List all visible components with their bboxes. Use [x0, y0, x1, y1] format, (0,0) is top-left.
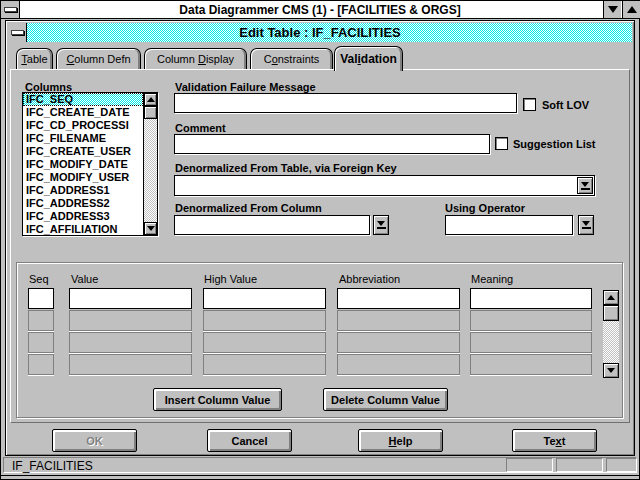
- using-operator-combo[interactable]: [445, 215, 573, 235]
- columns-list-item[interactable]: IFC_FILENAME: [23, 132, 143, 145]
- dropdown-button[interactable]: [578, 215, 594, 235]
- columns-list-item[interactable]: IFC_MODIFY_USER: [23, 171, 143, 184]
- ok-button[interactable]: OK: [52, 429, 137, 452]
- grid-header-value: Value: [71, 273, 98, 285]
- delete-column-value-button[interactable]: Delete Column Value: [323, 388, 448, 411]
- grid-cell: [337, 332, 460, 353]
- denormalized-from-table-combo[interactable]: [174, 175, 595, 196]
- grid-cell: [337, 354, 460, 375]
- denormalized-from-table-label: Denormalized From Table, via Foreign Key: [175, 162, 397, 174]
- status-bar-cell: [556, 458, 603, 472]
- status-bar-cell: [606, 458, 637, 472]
- scrollbar-track[interactable]: [603, 321, 619, 363]
- grid-cell: [28, 354, 54, 375]
- application-window: Data Diagrammer CMS (1) - [FACILITIES & …: [0, 0, 640, 480]
- columns-scrollbar[interactable]: [143, 93, 157, 235]
- down-arrow-icon: [147, 226, 155, 231]
- validation-failure-message-label: Validation Failure Message: [175, 81, 316, 93]
- columns-list-item[interactable]: IFC_ADDRESS3: [23, 210, 143, 223]
- dropdown-arrow-icon: [581, 182, 590, 190]
- grid-cell: [470, 354, 592, 375]
- dialog-title: Edit Table : IF_FACILITIES: [239, 25, 401, 40]
- grid-header-high-value: High Value: [204, 273, 257, 285]
- status-bar-text: IF_FACILITIES: [12, 459, 93, 473]
- columns-list-item[interactable]: IFC_AFFILIATION: [23, 223, 143, 235]
- denormalized-from-column-combo[interactable]: [174, 215, 370, 235]
- columns-list-item[interactable]: IFC_CREATE_USER: [23, 145, 143, 158]
- columns-list-item[interactable]: IFC_MODIFY_DATE: [23, 158, 143, 171]
- up-arrow-icon: [607, 295, 615, 300]
- system-menu-icon: [11, 30, 24, 35]
- minimize-button[interactable]: [603, 1, 621, 18]
- scroll-down-button[interactable]: [144, 222, 157, 235]
- grid-cell: [203, 332, 326, 353]
- validation-tab-panel: Columns IFC_SEQ IFC_CREATE_DATE IFC_CD_P…: [10, 69, 630, 423]
- up-arrow-icon: [147, 97, 155, 102]
- edit-table-dialog: Edit Table : IF_FACILITIES Table Column …: [5, 20, 635, 456]
- grid-cell: [203, 310, 326, 331]
- columns-list-item[interactable]: IFC_ADDRESS1: [23, 184, 143, 197]
- soft-lov-label: Soft LOV: [542, 99, 589, 111]
- grid-cell: [470, 310, 592, 331]
- grid-cell: [69, 310, 192, 331]
- scrollbar-thumb[interactable]: [603, 305, 619, 321]
- column-values-groupbox: Seq Value High Value Abbreviation Meanin…: [16, 262, 623, 418]
- suggestion-list-label: Suggestion List: [513, 138, 596, 150]
- grid-cell[interactable]: [337, 288, 460, 309]
- maximize-button[interactable]: [622, 1, 640, 18]
- columns-list-item[interactable]: IFC_ADDRESS2: [23, 197, 143, 210]
- grid-header-abbreviation: Abbreviation: [339, 273, 400, 285]
- validation-failure-message-input[interactable]: [174, 93, 517, 113]
- grid-cell[interactable]: [69, 288, 192, 309]
- down-arrow-icon: [607, 368, 615, 373]
- dropdown-arrow-icon: [582, 221, 591, 229]
- window-title: Data Diagrammer CMS (1) - [FACILITIES & …: [1, 3, 639, 17]
- grid-cell: [69, 332, 192, 353]
- columns-listbox: IFC_SEQ IFC_CREATE_DATE IFC_CD_PROCESSI …: [22, 92, 158, 236]
- scroll-up-button[interactable]: [144, 93, 157, 106]
- tab-table[interactable]: Table: [16, 48, 53, 69]
- grid-cell[interactable]: [470, 288, 592, 309]
- columns-list-item[interactable]: IFC_SEQ: [23, 93, 143, 106]
- grid-cell: [470, 332, 592, 353]
- scroll-down-button[interactable]: [603, 363, 619, 378]
- status-bar-cell: [506, 458, 553, 472]
- dialog-titlebar: Edit Table : IF_FACILITIES: [8, 23, 632, 42]
- grid-cell[interactable]: [203, 288, 326, 309]
- grid-cell: [203, 354, 326, 375]
- grid-scrollbar[interactable]: [603, 290, 619, 378]
- using-operator-label: Using Operator: [445, 202, 525, 214]
- dropdown-button[interactable]: [373, 215, 389, 235]
- scroll-up-button[interactable]: [603, 290, 619, 305]
- columns-list-item[interactable]: IFC_CD_PROCESSI: [23, 119, 143, 132]
- window-bottom-border: [1, 475, 639, 476]
- scrollbar-thumb[interactable]: [144, 106, 157, 119]
- grid-cell: [69, 354, 192, 375]
- comment-label: Comment: [175, 122, 226, 134]
- text-button[interactable]: Text: [512, 429, 597, 452]
- comment-input[interactable]: [174, 134, 490, 154]
- dropdown-button[interactable]: [577, 177, 593, 194]
- status-bar: IF_FACILITIES: [3, 457, 637, 473]
- suggestion-list-checkbox[interactable]: [495, 137, 508, 150]
- grid-cell: [28, 332, 54, 353]
- columns-list: IFC_SEQ IFC_CREATE_DATE IFC_CD_PROCESSI …: [23, 93, 143, 235]
- help-button[interactable]: Help: [358, 429, 443, 452]
- down-arrow-icon: [608, 6, 618, 13]
- window-titlebar: Data Diagrammer CMS (1) - [FACILITIES & …: [1, 1, 639, 19]
- tab-column-defn[interactable]: Column Defn: [56, 48, 141, 69]
- denormalized-from-column-label: Denormalized From Column: [175, 202, 322, 214]
- grid-cell: [28, 310, 54, 331]
- grid-cell[interactable]: [28, 288, 54, 309]
- cancel-button[interactable]: Cancel: [207, 429, 292, 452]
- grid-cell: [337, 310, 460, 331]
- insert-column-value-button[interactable]: Insert Column Value: [153, 388, 282, 411]
- columns-list-item[interactable]: IFC_CREATE_DATE: [23, 106, 143, 119]
- scrollbar-track[interactable]: [144, 119, 157, 222]
- soft-lov-checkbox[interactable]: [523, 98, 536, 111]
- dialog-system-menu-button[interactable]: [8, 23, 27, 42]
- dropdown-arrow-icon: [377, 221, 386, 229]
- tab-column-display[interactable]: Column Display: [144, 48, 247, 69]
- tab-constraints[interactable]: Constraints: [250, 48, 333, 69]
- tab-validation[interactable]: Validation: [334, 46, 403, 71]
